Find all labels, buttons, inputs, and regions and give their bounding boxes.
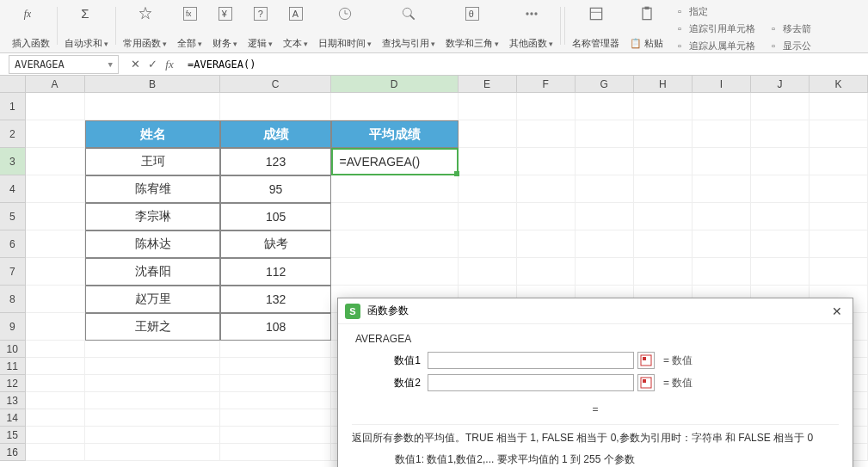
cell-I5[interactable]	[693, 203, 751, 230]
select-all-corner[interactable]	[0, 76, 26, 92]
cell-A6[interactable]	[26, 230, 85, 258]
col-header-C[interactable]: C	[220, 76, 330, 92]
param-input-0[interactable]	[428, 352, 634, 369]
cell-J3[interactable]	[751, 148, 810, 175]
row-header-1[interactable]: 1	[0, 93, 26, 120]
cell-K2[interactable]	[810, 120, 868, 148]
cell-C6[interactable]: 缺考	[220, 230, 330, 258]
row-header-9[interactable]: 9	[0, 313, 26, 341]
cell-C4[interactable]: 95	[220, 175, 330, 203]
row-header-6[interactable]: 6	[0, 230, 26, 258]
cell-F3[interactable]	[517, 148, 576, 175]
cell-A14[interactable]	[26, 409, 85, 427]
col-header-J[interactable]: J	[751, 76, 810, 92]
spreadsheet-grid[interactable]: ABCDEFGHIJK 12姓名成绩平均成绩3王珂123=AVERAGEA()4…	[0, 76, 868, 461]
row-header-4[interactable]: 4	[0, 175, 26, 203]
row-header-7[interactable]: 7	[0, 258, 26, 286]
cell-B1[interactable]	[85, 93, 221, 120]
cell-K5[interactable]	[810, 203, 868, 230]
ribbon-日期和时间[interactable]: 日期和时间▾	[313, 3, 377, 52]
cell-A1[interactable]	[26, 93, 85, 120]
cell-A3[interactable]	[26, 148, 85, 175]
cell-F5[interactable]	[517, 203, 576, 230]
chevron-down-icon[interactable]: ▼	[108, 60, 113, 69]
name-manager-button[interactable]: 名称管理器	[567, 3, 625, 52]
cell-C8[interactable]: 132	[220, 286, 330, 313]
row-header-2[interactable]: 2	[0, 120, 26, 148]
cell-G4[interactable]	[576, 175, 634, 203]
col-header-A[interactable]: A	[26, 76, 85, 92]
cell-C12[interactable]	[220, 375, 330, 392]
cell-C3[interactable]: 123	[220, 148, 330, 175]
cell-H4[interactable]	[634, 175, 693, 203]
ribbon-查找与引用[interactable]: 查找与引用▾	[377, 3, 440, 52]
col-header-G[interactable]: G	[576, 76, 634, 92]
cell-E5[interactable]	[459, 203, 517, 230]
cell-H7[interactable]	[634, 258, 693, 286]
cell-I3[interactable]	[693, 148, 751, 175]
ribbon-其他函数[interactable]: 其他函数▾	[504, 3, 558, 52]
cell-H5[interactable]	[634, 203, 693, 230]
cell-D7[interactable]	[331, 258, 459, 286]
cell-D4[interactable]	[331, 175, 459, 203]
cell-I7[interactable]	[693, 258, 751, 286]
cell-E2[interactable]	[459, 120, 517, 148]
cell-B13[interactable]	[85, 392, 221, 409]
fx-icon[interactable]: fx	[162, 58, 177, 71]
close-icon[interactable]: ✕	[828, 304, 846, 318]
cell-C16[interactable]	[220, 444, 330, 461]
ribbon-自动求和[interactable]: Σ自动求和▾	[59, 3, 114, 52]
cell-A16[interactable]	[26, 444, 85, 461]
cell-A10[interactable]	[26, 341, 85, 358]
cell-A7[interactable]	[26, 258, 85, 286]
cell-J1[interactable]	[751, 93, 810, 120]
cell-G6[interactable]	[576, 230, 634, 258]
col-header-E[interactable]: E	[459, 76, 517, 92]
cell-J2[interactable]	[751, 120, 810, 148]
cell-C14[interactable]	[220, 409, 330, 427]
cell-D6[interactable]	[331, 230, 459, 258]
row-header-11[interactable]: 11	[0, 358, 26, 375]
cell-C1[interactable]	[220, 93, 330, 120]
cell-A13[interactable]	[26, 392, 85, 409]
col-header-D[interactable]: D	[331, 76, 459, 92]
cell-G5[interactable]	[576, 203, 634, 230]
cell-B9[interactable]: 王妍之	[85, 313, 221, 341]
ribbon-small-show-formula[interactable]: ▫显示公	[767, 38, 811, 53]
cell-D2[interactable]: 平均成绩	[331, 120, 459, 148]
cell-A4[interactable]	[26, 175, 85, 203]
row-header-8[interactable]: 8	[0, 286, 26, 313]
range-select-icon[interactable]	[637, 374, 655, 391]
ribbon-插入函数[interactable]: fx插入函数	[7, 3, 55, 52]
cell-J7[interactable]	[751, 258, 810, 286]
paste-button[interactable]: 📋 粘贴	[625, 3, 668, 52]
cell-K6[interactable]	[810, 230, 868, 258]
cell-E3[interactable]	[459, 148, 517, 175]
cell-I4[interactable]	[693, 175, 751, 203]
ribbon-数学和三角[interactable]: θ数学和三角▾	[440, 3, 504, 52]
cell-C9[interactable]: 108	[220, 313, 330, 341]
cell-G7[interactable]	[576, 258, 634, 286]
cell-A8[interactable]	[26, 286, 85, 313]
cell-B7[interactable]: 沈春阳	[85, 258, 221, 286]
cell-C7[interactable]: 112	[220, 258, 330, 286]
ribbon-small-trace-dep[interactable]: ▫追踪从属单元格	[674, 38, 755, 53]
cell-F4[interactable]	[517, 175, 576, 203]
cell-A15[interactable]	[26, 427, 85, 444]
col-header-F[interactable]: F	[517, 76, 576, 92]
cell-B14[interactable]	[85, 409, 221, 427]
name-box[interactable]: AVERAGEA▼	[9, 55, 119, 74]
ribbon-逻辑[interactable]: ?逻辑▾	[243, 3, 278, 52]
ribbon-全部[interactable]: fx全部▾	[172, 3, 207, 52]
confirm-formula-icon[interactable]: ✓	[145, 58, 160, 71]
cell-E6[interactable]	[459, 230, 517, 258]
cell-B11[interactable]	[85, 358, 221, 375]
col-header-K[interactable]: K	[810, 76, 868, 92]
cancel-formula-icon[interactable]: ✕	[127, 58, 143, 71]
cell-H2[interactable]	[634, 120, 693, 148]
col-header-H[interactable]: H	[634, 76, 693, 92]
row-header-10[interactable]: 10	[0, 341, 26, 358]
cell-B10[interactable]	[85, 341, 221, 358]
cell-C15[interactable]	[220, 427, 330, 444]
cell-J6[interactable]	[751, 230, 810, 258]
